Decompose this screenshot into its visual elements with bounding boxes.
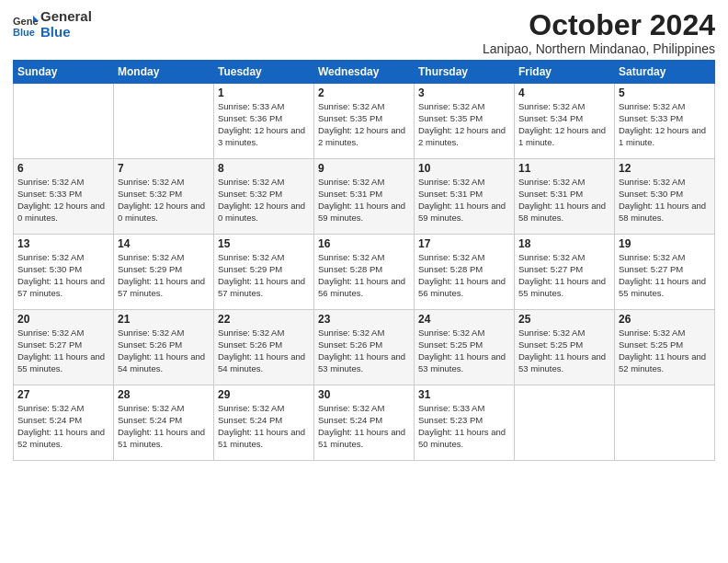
title-block: October 2024 Lanipao, Northern Mindanao,… [483, 9, 715, 56]
day-number: 29 [218, 388, 310, 401]
table-row: 2Sunrise: 5:32 AM Sunset: 5:35 PM Daylig… [314, 84, 415, 159]
day-info: Sunrise: 5:32 AM Sunset: 5:29 PM Dayligh… [218, 252, 310, 299]
table-row: 5Sunrise: 5:32 AM Sunset: 5:33 PM Daylig… [615, 84, 715, 159]
day-number: 20 [17, 313, 109, 326]
day-info: Sunrise: 5:32 AM Sunset: 5:28 PM Dayligh… [418, 252, 510, 299]
table-row: 13Sunrise: 5:32 AM Sunset: 5:30 PM Dayli… [14, 235, 114, 310]
table-row: 18Sunrise: 5:32 AM Sunset: 5:27 PM Dayli… [515, 235, 615, 310]
col-thursday: Thursday [415, 61, 515, 84]
table-row [615, 385, 715, 461]
logo-blue-text: Blue [40, 25, 92, 40]
day-info: Sunrise: 5:32 AM Sunset: 5:25 PM Dayligh… [518, 327, 610, 374]
table-row: 16Sunrise: 5:32 AM Sunset: 5:28 PM Dayli… [314, 235, 415, 310]
table-row: 17Sunrise: 5:32 AM Sunset: 5:28 PM Dayli… [415, 235, 515, 310]
day-info: Sunrise: 5:32 AM Sunset: 5:29 PM Dayligh… [118, 252, 210, 299]
table-row: 25Sunrise: 5:32 AM Sunset: 5:25 PM Dayli… [515, 310, 615, 385]
page: General Blue General Blue October 2024 L… [0, 0, 728, 563]
logo-icon: General Blue [13, 12, 39, 38]
calendar-table: Sunday Monday Tuesday Wednesday Thursday… [13, 60, 715, 461]
day-info: Sunrise: 5:32 AM Sunset: 5:35 PM Dayligh… [418, 101, 510, 148]
calendar-week-4: 20Sunrise: 5:32 AM Sunset: 5:27 PM Dayli… [14, 310, 715, 385]
calendar-header-row: Sunday Monday Tuesday Wednesday Thursday… [14, 61, 715, 84]
table-row [14, 84, 114, 159]
day-info: Sunrise: 5:32 AM Sunset: 5:24 PM Dayligh… [118, 403, 210, 450]
day-number: 24 [418, 313, 510, 326]
calendar-week-2: 6Sunrise: 5:32 AM Sunset: 5:33 PM Daylig… [14, 159, 715, 235]
day-info: Sunrise: 5:32 AM Sunset: 5:31 PM Dayligh… [318, 177, 410, 224]
table-row: 31Sunrise: 5:33 AM Sunset: 5:23 PM Dayli… [415, 385, 515, 461]
day-number: 4 [518, 86, 610, 99]
table-row: 27Sunrise: 5:32 AM Sunset: 5:24 PM Dayli… [14, 385, 114, 461]
logo-text: General Blue [40, 9, 92, 40]
day-number: 18 [518, 237, 610, 250]
table-row: 9Sunrise: 5:32 AM Sunset: 5:31 PM Daylig… [314, 159, 415, 235]
day-number: 7 [118, 162, 210, 175]
col-tuesday: Tuesday [214, 61, 314, 84]
logo-general-text: General [40, 9, 92, 25]
table-row: 26Sunrise: 5:32 AM Sunset: 5:25 PM Dayli… [615, 310, 715, 385]
table-row: 4Sunrise: 5:32 AM Sunset: 5:34 PM Daylig… [515, 84, 615, 159]
day-info: Sunrise: 5:32 AM Sunset: 5:27 PM Dayligh… [619, 252, 711, 299]
day-number: 13 [17, 237, 109, 250]
table-row: 3Sunrise: 5:32 AM Sunset: 5:35 PM Daylig… [415, 84, 515, 159]
day-number: 30 [318, 388, 410, 401]
day-info: Sunrise: 5:32 AM Sunset: 5:26 PM Dayligh… [218, 327, 310, 374]
day-info: Sunrise: 5:32 AM Sunset: 5:32 PM Dayligh… [218, 177, 310, 224]
calendar-week-1: 1Sunrise: 5:33 AM Sunset: 5:36 PM Daylig… [14, 84, 715, 159]
col-monday: Monday [114, 61, 214, 84]
table-row: 8Sunrise: 5:32 AM Sunset: 5:32 PM Daylig… [214, 159, 314, 235]
table-row: 28Sunrise: 5:32 AM Sunset: 5:24 PM Dayli… [114, 385, 214, 461]
table-row: 20Sunrise: 5:32 AM Sunset: 5:27 PM Dayli… [14, 310, 114, 385]
day-info: Sunrise: 5:32 AM Sunset: 5:27 PM Dayligh… [17, 327, 109, 374]
table-row: 29Sunrise: 5:32 AM Sunset: 5:24 PM Dayli… [214, 385, 314, 461]
day-number: 16 [318, 237, 410, 250]
table-row: 14Sunrise: 5:32 AM Sunset: 5:29 PM Dayli… [114, 235, 214, 310]
day-number: 15 [218, 237, 310, 250]
col-wednesday: Wednesday [314, 61, 415, 84]
col-saturday: Saturday [615, 61, 715, 84]
day-info: Sunrise: 5:32 AM Sunset: 5:33 PM Dayligh… [17, 177, 109, 224]
day-number: 6 [17, 162, 109, 175]
day-number: 26 [619, 313, 711, 326]
table-row: 6Sunrise: 5:32 AM Sunset: 5:33 PM Daylig… [14, 159, 114, 235]
month-title: October 2024 [483, 9, 715, 41]
logo: General Blue General Blue [13, 9, 92, 40]
table-row: 1Sunrise: 5:33 AM Sunset: 5:36 PM Daylig… [214, 84, 314, 159]
day-number: 3 [418, 86, 510, 99]
table-row: 7Sunrise: 5:32 AM Sunset: 5:32 PM Daylig… [114, 159, 214, 235]
table-row: 15Sunrise: 5:32 AM Sunset: 5:29 PM Dayli… [214, 235, 314, 310]
day-number: 8 [218, 162, 310, 175]
day-number: 10 [418, 162, 510, 175]
day-info: Sunrise: 5:32 AM Sunset: 5:32 PM Dayligh… [118, 177, 210, 224]
table-row: 19Sunrise: 5:32 AM Sunset: 5:27 PM Dayli… [615, 235, 715, 310]
table-row [515, 385, 615, 461]
table-row: 21Sunrise: 5:32 AM Sunset: 5:26 PM Dayli… [114, 310, 214, 385]
day-number: 31 [418, 388, 510, 401]
day-number: 5 [619, 86, 711, 99]
calendar-week-5: 27Sunrise: 5:32 AM Sunset: 5:24 PM Dayli… [14, 385, 715, 461]
day-number: 23 [318, 313, 410, 326]
table-row: 23Sunrise: 5:32 AM Sunset: 5:26 PM Dayli… [314, 310, 415, 385]
day-number: 11 [518, 162, 610, 175]
day-number: 28 [118, 388, 210, 401]
day-info: Sunrise: 5:32 AM Sunset: 5:25 PM Dayligh… [619, 327, 711, 374]
day-info: Sunrise: 5:32 AM Sunset: 5:31 PM Dayligh… [418, 177, 510, 224]
day-info: Sunrise: 5:33 AM Sunset: 5:23 PM Dayligh… [418, 403, 510, 450]
day-info: Sunrise: 5:32 AM Sunset: 5:31 PM Dayligh… [518, 177, 610, 224]
day-info: Sunrise: 5:32 AM Sunset: 5:27 PM Dayligh… [518, 252, 610, 299]
col-sunday: Sunday [14, 61, 114, 84]
day-number: 22 [218, 313, 310, 326]
day-info: Sunrise: 5:32 AM Sunset: 5:25 PM Dayligh… [418, 327, 510, 374]
table-row [114, 84, 214, 159]
day-info: Sunrise: 5:32 AM Sunset: 5:28 PM Dayligh… [318, 252, 410, 299]
day-info: Sunrise: 5:32 AM Sunset: 5:30 PM Dayligh… [17, 252, 109, 299]
day-number: 14 [118, 237, 210, 250]
day-info: Sunrise: 5:32 AM Sunset: 5:24 PM Dayligh… [17, 403, 109, 450]
day-number: 27 [17, 388, 109, 401]
day-number: 19 [619, 237, 711, 250]
day-number: 21 [118, 313, 210, 326]
calendar-week-3: 13Sunrise: 5:32 AM Sunset: 5:30 PM Dayli… [14, 235, 715, 310]
day-number: 17 [418, 237, 510, 250]
col-friday: Friday [515, 61, 615, 84]
header: General Blue General Blue October 2024 L… [13, 9, 715, 56]
